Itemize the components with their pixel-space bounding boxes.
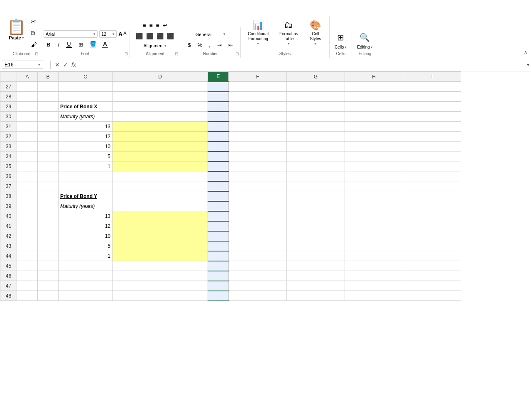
cell-A34[interactable] bbox=[17, 151, 38, 161]
collapse-ribbon-button[interactable]: ∧ bbox=[524, 49, 528, 56]
cell-H29[interactable] bbox=[345, 102, 403, 112]
cell-F43[interactable] bbox=[229, 241, 287, 251]
cell-E27[interactable] bbox=[208, 82, 229, 92]
cell-I36[interactable] bbox=[403, 171, 461, 181]
cell-B45[interactable] bbox=[38, 261, 59, 271]
cell-F32[interactable] bbox=[229, 132, 287, 142]
cell-E39[interactable] bbox=[208, 201, 229, 211]
number-format-select[interactable]: General ▾ bbox=[192, 31, 229, 38]
copy-button[interactable]: ⧉ bbox=[29, 28, 38, 38]
cell-B39[interactable] bbox=[38, 201, 59, 211]
col-header-D[interactable]: D bbox=[113, 72, 208, 82]
cell-H46[interactable] bbox=[345, 271, 403, 281]
cell-A27[interactable] bbox=[17, 82, 38, 92]
row-header-41[interactable]: 41 bbox=[0, 221, 17, 231]
row-header-47[interactable]: 47 bbox=[0, 281, 17, 291]
confirm-formula-icon[interactable]: ✓ bbox=[63, 61, 68, 68]
cell-A41[interactable] bbox=[17, 221, 38, 231]
cell-F34[interactable] bbox=[229, 151, 287, 161]
cell-B44[interactable] bbox=[38, 251, 59, 261]
cell-I48[interactable] bbox=[403, 291, 461, 301]
cell-A37[interactable] bbox=[17, 181, 38, 191]
cell-C29[interactable]: Price of Bond X bbox=[59, 102, 113, 112]
cell-B48[interactable] bbox=[38, 291, 59, 301]
cell-C30[interactable]: Maturity (years) bbox=[59, 112, 113, 122]
cell-B47[interactable] bbox=[38, 281, 59, 291]
cell-B29[interactable] bbox=[38, 102, 59, 112]
cell-F48[interactable] bbox=[229, 291, 287, 301]
cell-F36[interactable] bbox=[229, 171, 287, 181]
cell-A36[interactable] bbox=[17, 171, 38, 181]
cell-I42[interactable] bbox=[403, 231, 461, 241]
row-header-46[interactable]: 46 bbox=[0, 271, 17, 281]
cell-G47[interactable] bbox=[287, 281, 345, 291]
cell-C40[interactable]: 13 bbox=[59, 211, 113, 221]
row-header-32[interactable]: 32 bbox=[0, 132, 17, 142]
cell-F27[interactable] bbox=[229, 82, 287, 92]
align-right-icon[interactable]: ⬛ bbox=[156, 32, 164, 40]
cell-D35[interactable] bbox=[113, 161, 208, 171]
cell-F38[interactable] bbox=[229, 191, 287, 201]
cell-C39[interactable]: Maturity (years) bbox=[59, 201, 113, 211]
cell-D28[interactable] bbox=[113, 92, 208, 102]
percent-button[interactable]: % bbox=[195, 41, 205, 49]
cell-B36[interactable] bbox=[38, 171, 59, 181]
cell-E38[interactable] bbox=[208, 191, 229, 201]
row-header-42[interactable]: 42 bbox=[0, 231, 17, 241]
insert-function-icon[interactable]: fx bbox=[71, 61, 76, 68]
cell-F28[interactable] bbox=[229, 92, 287, 102]
cell-D44[interactable] bbox=[113, 251, 208, 261]
cell-C41[interactable]: 12 bbox=[59, 221, 113, 231]
wrap-text-icon[interactable]: ↵ bbox=[162, 21, 169, 29]
cell-B46[interactable] bbox=[38, 271, 59, 281]
cut-button[interactable]: ✂ bbox=[29, 17, 38, 27]
cell-F40[interactable] bbox=[229, 211, 287, 221]
cell-A35[interactable] bbox=[17, 161, 38, 171]
cell-C37[interactable] bbox=[59, 181, 113, 191]
cell-G27[interactable] bbox=[287, 82, 345, 92]
fill-color-button[interactable]: 🪣 bbox=[88, 39, 98, 49]
paste-button[interactable]: 📋 Paste ▾ bbox=[5, 17, 28, 42]
cell-A32[interactable] bbox=[17, 132, 38, 142]
row-header-27[interactable]: 27 bbox=[0, 82, 17, 92]
cell-A33[interactable] bbox=[17, 142, 38, 151]
increase-font-size-button[interactable]: A bbox=[118, 31, 122, 37]
cell-I40[interactable] bbox=[403, 211, 461, 221]
cell-G29[interactable] bbox=[287, 102, 345, 112]
cell-C38[interactable]: Price of Bond Y bbox=[59, 191, 113, 201]
underline-button[interactable]: U bbox=[64, 39, 74, 49]
cell-F44[interactable] bbox=[229, 251, 287, 261]
format-as-table-button[interactable]: 🗂 Format asTable ▾ bbox=[276, 16, 302, 49]
cell-D27[interactable] bbox=[113, 82, 208, 92]
cell-E40[interactable] bbox=[208, 211, 229, 221]
cell-I37[interactable] bbox=[403, 181, 461, 191]
name-box[interactable]: E16 ▾ bbox=[2, 61, 43, 69]
cell-E33[interactable] bbox=[208, 142, 229, 151]
cell-B41[interactable] bbox=[38, 221, 59, 231]
cell-H45[interactable] bbox=[345, 261, 403, 271]
font-size-select[interactable]: 12 ▾ bbox=[99, 30, 117, 38]
cell-D29[interactable] bbox=[113, 102, 208, 112]
cell-G40[interactable] bbox=[287, 211, 345, 221]
cell-C46[interactable] bbox=[59, 271, 113, 281]
cell-I28[interactable] bbox=[403, 92, 461, 102]
cell-styles-button[interactable]: 🎨 CellStyles ▾ bbox=[305, 16, 326, 49]
cell-B31[interactable] bbox=[38, 122, 59, 132]
col-header-G[interactable]: G bbox=[287, 72, 345, 82]
row-header-38[interactable]: 38 bbox=[0, 191, 17, 201]
row-header-40[interactable]: 40 bbox=[0, 211, 17, 221]
cell-H33[interactable] bbox=[345, 142, 403, 151]
cell-H39[interactable] bbox=[345, 201, 403, 211]
cell-C34[interactable]: 5 bbox=[59, 151, 113, 161]
cell-F37[interactable] bbox=[229, 181, 287, 191]
cell-C33[interactable]: 10 bbox=[59, 142, 113, 151]
cell-H48[interactable] bbox=[345, 291, 403, 301]
clipboard-expand-icon[interactable]: ⊡ bbox=[35, 51, 38, 56]
cell-I27[interactable] bbox=[403, 82, 461, 92]
cell-B40[interactable] bbox=[38, 211, 59, 221]
cell-I35[interactable] bbox=[403, 161, 461, 171]
cell-G34[interactable] bbox=[287, 151, 345, 161]
cell-D40[interactable] bbox=[113, 211, 208, 221]
cell-D47[interactable] bbox=[113, 281, 208, 291]
cell-I29[interactable] bbox=[403, 102, 461, 112]
